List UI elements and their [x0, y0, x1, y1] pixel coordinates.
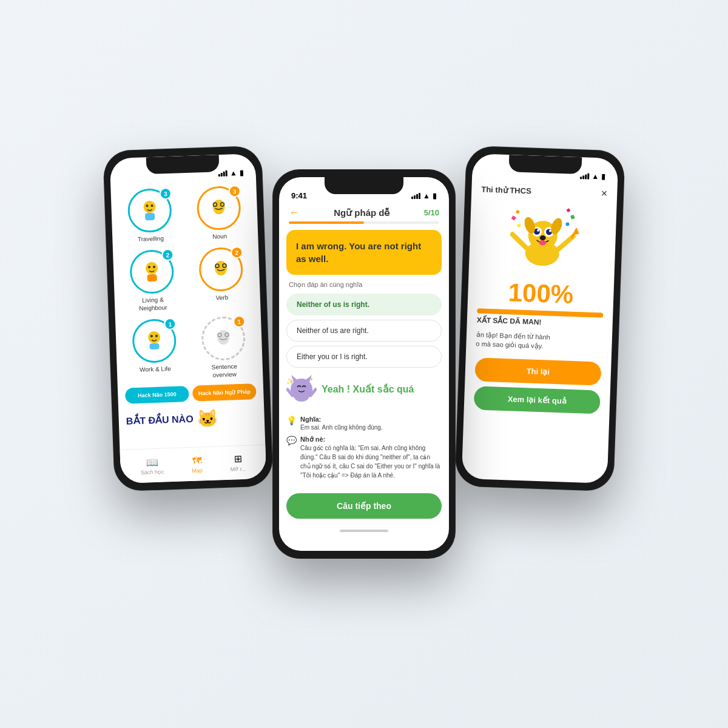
noun-circle: 3 [196, 186, 241, 231]
right-wifi-icon: ▲ [592, 172, 599, 181]
center-wifi-icon: ▲ [423, 192, 430, 200]
svg-text:✨: ✨ [286, 377, 294, 385]
svg-point-15 [148, 331, 161, 344]
verb-label: Verb [215, 294, 228, 302]
category-grid: 3 Travelling [118, 185, 256, 382]
bdf-text: BẮT ĐẦU NÀO [126, 413, 194, 427]
svg-point-39 [565, 222, 569, 226]
instruction-text: Chọn đáp án cùng nghĩa [289, 281, 439, 289]
noun-badge: 3 [228, 185, 241, 198]
travelling-badge: 3 [159, 187, 172, 200]
progress-bar-container [289, 221, 439, 224]
signal-icon [218, 170, 228, 177]
category-work-life[interactable]: 1 Work & Life [123, 318, 186, 382]
progress-bar-fill [289, 221, 364, 224]
answer-b[interactable]: Neither of us are right. [286, 320, 442, 342]
tip-content: Nhớ nè: Câu gốc có nghĩa là: "Em sai. An… [300, 436, 442, 480]
congrats-text: ản tập! Bạn đến từ hànho mà sao giỏi quá… [466, 326, 612, 357]
svg-rect-37 [570, 215, 575, 220]
cat-celebration-avatar: ✨ ✦ [286, 372, 317, 406]
center-header: ← Ngữ pháp dễ 5/10 [279, 204, 449, 221]
travelling-label: Travelling [138, 234, 164, 243]
svg-point-8 [146, 262, 158, 275]
category-noun[interactable]: 3 Noun [187, 185, 251, 241]
category-verb[interactable]: 2 Verb [189, 246, 253, 310]
nav-map[interactable]: 🗺 Map [191, 455, 203, 474]
phone-center: 9:41 ▲ ▮ ← Ngữ pháp dễ 5/10 [273, 170, 455, 558]
score-section: 100% XẤT SẮC DÃ MAN! [467, 274, 614, 331]
category-travelling[interactable]: 3 Travelling [118, 187, 182, 244]
trophy-mascot-section [468, 200, 616, 279]
dog-trophy-avatar [505, 204, 581, 273]
tip-row: 💬 Nhớ nè: Câu gốc có nghĩa là: "Em sai. … [286, 436, 442, 480]
scene: ▲ ▮ 3 [91, 76, 637, 652]
category-living[interactable]: 2 Living & Neighbour [120, 249, 184, 312]
svg-point-45 [294, 392, 309, 402]
right-signal-icon [580, 173, 589, 180]
svg-point-0 [143, 201, 156, 214]
cat-mascot-icon: 🐱 [197, 408, 218, 428]
verb-circle: 2 [198, 247, 243, 292]
hack-1500-button[interactable]: Hack Não 1500 [125, 386, 189, 404]
answer-c[interactable]: Either you or I is right. [286, 346, 442, 368]
meaning-text: Em sai. Anh cũng không đúng. [300, 423, 383, 432]
more-label: Mở r... [231, 466, 246, 473]
work-life-avatar [141, 327, 169, 355]
answer-a[interactable]: Neither of us is right. [286, 294, 442, 315]
travelling-avatar [136, 197, 164, 224]
center-screen: 9:41 ▲ ▮ ← Ngữ pháp dễ 5/10 [279, 177, 449, 551]
nav-more[interactable]: ⊞ Mở r... [230, 453, 246, 473]
sachhoc-label: Sách học [141, 469, 164, 476]
sentence-circle: 1 [201, 316, 246, 361]
view-results-button[interactable]: Xem lại kết quả [474, 386, 601, 414]
question-count: 5/10 [424, 208, 439, 217]
phone-left: ▲ ▮ 3 [103, 146, 272, 491]
center-notch [325, 177, 403, 194]
living-badge: 2 [161, 249, 174, 261]
work-life-badge: 1 [164, 318, 177, 331]
bulb-icon: 💡 [286, 416, 297, 432]
right-battery-icon: ▮ [601, 172, 605, 181]
svg-point-12 [215, 261, 228, 276]
excellent-text: Yeah ! Xuất sắc quá [322, 383, 414, 395]
svg-rect-36 [511, 215, 516, 220]
left-notch [146, 155, 220, 174]
svg-point-19 [217, 330, 230, 345]
right-status-icons: ▲ ▮ [580, 172, 605, 181]
tip-label: Nhớ nè: [300, 436, 442, 443]
explanation-section: 💡 Nghĩa: Em sai. Anh cũng không đúng. 💬 … [286, 411, 442, 488]
close-button[interactable]: × [601, 187, 607, 200]
battery-icon: ▮ [239, 169, 243, 177]
home-indicator-bar [340, 530, 388, 532]
left-screen: ▲ ▮ 3 [110, 153, 267, 484]
center-status-icons: ▲ ▮ [411, 192, 437, 200]
sentence-avatar [209, 325, 237, 352]
center-signal-icon [411, 193, 420, 199]
noun-avatar [205, 194, 233, 222]
hack-nguphap-button[interactable]: Hack Não Ngữ Pháp [192, 383, 257, 402]
center-title: Ngữ pháp dễ [334, 207, 389, 218]
right-title: Thi thử THCS [481, 185, 531, 196]
nav-sachhoc[interactable]: 📖 Sách học [140, 456, 164, 476]
retry-button[interactable]: Thi lại [474, 357, 601, 385]
continue-button[interactable]: Câu tiếp theo [286, 493, 442, 519]
answer-options: Neither of us is right. Neither of us ar… [286, 294, 442, 368]
svg-point-38 [517, 224, 521, 228]
sentence-label: Sentence overview [211, 362, 237, 379]
verb-badge: 2 [231, 246, 243, 259]
svg-line-35 [558, 236, 573, 250]
meaning-label: Nghĩa: [300, 416, 383, 423]
travelling-circle: 3 [127, 188, 172, 233]
category-sentence[interactable]: 1 Sentence overview [192, 315, 255, 379]
svg-rect-3 [145, 213, 155, 221]
svg-text:✦: ✦ [309, 377, 314, 382]
result-buttons: Thi lại Xem lại kết quả [474, 357, 602, 414]
back-button[interactable]: ← [289, 206, 300, 219]
home-indicator [279, 525, 449, 537]
bdf-section: BẮT ĐẦU NÀO 🐱 [126, 404, 257, 434]
right-notch [508, 155, 582, 174]
verb-avatar [207, 255, 235, 283]
svg-rect-11 [147, 274, 157, 282]
left-content: 3 Travelling [110, 180, 265, 450]
status-time: 9:41 [291, 191, 307, 200]
